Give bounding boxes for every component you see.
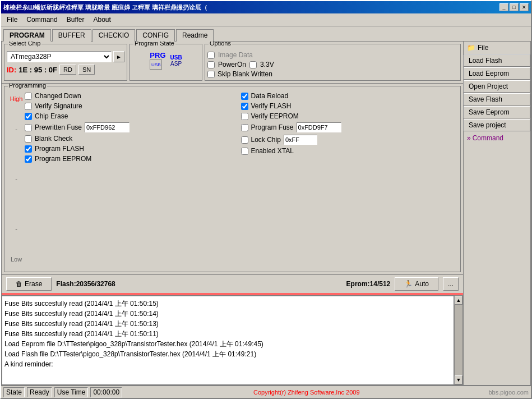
prg-text: PRG xyxy=(150,51,165,59)
v33-label: 3.3V xyxy=(260,61,274,68)
dots-button[interactable]: ... xyxy=(443,277,459,291)
lock-chip-label: Lock Chip xyxy=(251,136,281,144)
chip-id-value: 1E : 95 : 0F xyxy=(18,66,57,74)
verify-flash-checkbox[interactable] xyxy=(241,103,248,110)
open-project-button[interactable]: Open Project xyxy=(464,80,530,93)
menu-command[interactable]: Command xyxy=(23,15,61,25)
menu-file[interactable]: File xyxy=(3,15,21,25)
menu-buffer[interactable]: Buffer xyxy=(63,15,88,25)
menu-about[interactable]: About xyxy=(90,15,114,25)
state-label: State xyxy=(6,388,22,396)
right-file-header: 📁 File xyxy=(464,42,530,54)
program-eeprom-checkbox[interactable] xyxy=(25,155,32,163)
verify-sig-checkbox[interactable] xyxy=(25,103,32,110)
minimize-button[interactable]: _ xyxy=(499,3,508,11)
close-button[interactable]: ✕ xyxy=(520,3,529,11)
tab-program[interactable]: PROGRAM xyxy=(3,29,51,42)
use-time-label: Use Time xyxy=(57,388,86,396)
usb-text: USB xyxy=(170,54,182,61)
title-bar: 棶棱栏糸Ш蟠妖斫胧岼准稈覃 璃胧暗最 廐疸婵 ヱ稈覃 璃祥栏鼎撮扔诠厎（ _ □… xyxy=(1,1,531,13)
program-fuse-checkbox[interactable] xyxy=(241,124,248,131)
skip-blank-checkbox[interactable] xyxy=(207,71,215,78)
save-project-button[interactable]: Save project xyxy=(464,119,530,131)
prog-state-group: Program State PRG USB USB ASP xyxy=(129,44,202,81)
check-lock-chip: Lock Chip xyxy=(241,135,457,145)
erase-button[interactable]: 🗑 Erase xyxy=(6,277,52,291)
check-chip-erase: Chip Erase xyxy=(25,112,241,120)
blank-check-checkbox[interactable] xyxy=(25,135,32,143)
programming-inner: High - - - Low xyxy=(8,90,457,268)
left-panel: Select Chip ATmega328P ► ID: 1E : 95 : 0… xyxy=(1,41,464,386)
chip-select-arrow[interactable]: ► xyxy=(113,51,124,62)
chip-select-row: ATmega328P ► xyxy=(7,51,124,62)
prog-indicators: PRG USB USB ASP xyxy=(150,51,182,70)
data-reload-checkbox[interactable] xyxy=(241,93,248,100)
lock-chip-input[interactable] xyxy=(284,135,317,145)
v33-checkbox[interactable] xyxy=(249,61,257,68)
load-eeprom-button[interactable]: Load Eeprom xyxy=(464,67,530,80)
options-left: Changed Down Verify Signature Chip Erase xyxy=(25,90,241,268)
load-flash-button[interactable]: Load Flash xyxy=(464,54,530,67)
tab-config[interactable]: CONFIG xyxy=(136,29,175,42)
save-eeprom-button[interactable]: Save Eeprom xyxy=(464,106,530,118)
maximize-button[interactable]: □ xyxy=(510,3,519,11)
command-label: Command xyxy=(473,134,503,142)
tab-buffer[interactable]: BUFFER xyxy=(52,29,91,42)
verify-sig-label: Verify Signature xyxy=(35,102,82,110)
verify-eeprom-label: Verify EEPROM xyxy=(251,112,299,120)
chip-id-row: ID: 1E : 95 : 0F RD SN xyxy=(7,65,124,75)
prg-indicator: PRG USB xyxy=(150,51,165,70)
sn-button[interactable]: SN xyxy=(78,65,95,75)
level-bar: High - - - Low xyxy=(8,90,25,268)
options-group: Options Image Data PowerOn 3.3V xyxy=(205,44,461,81)
prog-state-label: Program State xyxy=(133,42,175,47)
prewritten-fuse-label: Prewritten Fuse xyxy=(35,123,82,131)
file-header-label: File xyxy=(478,44,488,52)
program-fuse-input[interactable] xyxy=(297,122,341,132)
tab-bar: PROGRAM BUFFER CHECKIO CONFIG Readme xyxy=(1,26,531,41)
erase-icon: 🗑 xyxy=(16,280,22,288)
verify-eeprom-checkbox[interactable] xyxy=(241,113,248,120)
auto-button[interactable]: 🏃 Auto xyxy=(395,277,438,291)
check-prewritten-fuse: Prewritten Fuse xyxy=(25,122,241,132)
power-on-label: PowerOn xyxy=(218,61,246,68)
changed-down-label: Changed Down xyxy=(35,92,81,100)
program-fuse-label: Program Fuse xyxy=(251,123,294,131)
low-label: Low xyxy=(11,256,22,263)
file-icon: 📁 xyxy=(467,44,475,52)
program-flash-checkbox[interactable] xyxy=(25,145,32,153)
rd-button[interactable]: RD xyxy=(59,65,76,75)
save-flash-button[interactable]: Save Flash xyxy=(464,93,530,106)
program-area: Select Chip ATmega328P ► ID: 1E : 95 : 0… xyxy=(2,42,463,385)
prewritten-fuse-checkbox[interactable] xyxy=(25,124,32,131)
log-area[interactable]: Fuse Bits succesfully read (2014/4/1 上午 … xyxy=(2,295,454,385)
tab-checkio[interactable]: CHECKIO xyxy=(92,29,136,42)
check-verify-eeprom: Verify EEPROM xyxy=(241,112,457,120)
lock-chip-checkbox[interactable] xyxy=(241,136,248,144)
auto-label: Auto xyxy=(415,280,429,288)
power-on-checkbox[interactable] xyxy=(207,61,215,68)
programming-border: Programming High - - - Low xyxy=(4,86,461,272)
eprom-info: Eprom:14/512 xyxy=(346,280,391,288)
tab-readme[interactable]: Readme xyxy=(176,29,214,42)
changed-down-checkbox[interactable] xyxy=(25,93,32,100)
chevron-right-icon: » xyxy=(467,134,471,142)
scroll-up-btn[interactable]: ▲ xyxy=(455,296,462,305)
check-program-flash: Program FLASH xyxy=(25,145,241,153)
flash-info: Flash:20356/32768 xyxy=(56,280,115,288)
log-scrollbar[interactable]: ▲ ▼ xyxy=(454,295,463,385)
options-right: Data Reload Verify FLASH Verify EEPROM xyxy=(241,90,457,268)
enabled-xtal-checkbox[interactable] xyxy=(241,148,248,155)
log-line-4: Load Eeprom file D:\TTester\pigoo_328p\T… xyxy=(4,339,451,349)
usb-asp-indicator: USB ASP xyxy=(170,54,182,67)
chip-select-dropdown[interactable]: ATmega328P xyxy=(7,51,112,62)
image-data-checkbox[interactable] xyxy=(207,52,215,59)
scroll-down-btn[interactable]: ▼ xyxy=(455,375,462,384)
log-line-2: Fuse Bits succesfully read (2014/4/1 上午 … xyxy=(4,319,451,329)
chip-erase-checkbox[interactable] xyxy=(25,113,32,120)
command-header[interactable]: » Command xyxy=(464,132,530,143)
prewritten-fuse-input[interactable] xyxy=(85,122,129,132)
enabled-xtal-label: Enabled XTAL xyxy=(251,147,294,155)
programming-section: Programming High - - - Low xyxy=(2,84,463,274)
check-program-fuse: Program Fuse xyxy=(241,122,457,132)
